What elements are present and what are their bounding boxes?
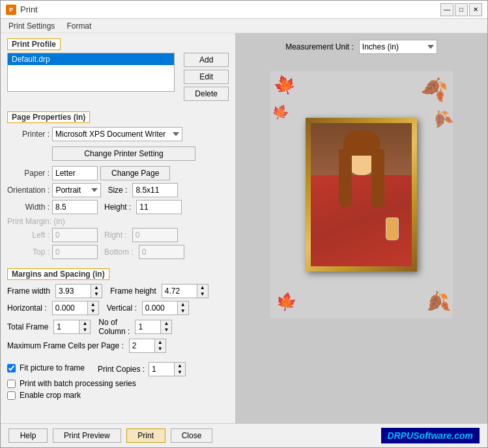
print-preview-button[interactable]: Print Preview [53,428,121,443]
vertical-up[interactable]: ▲ [178,301,188,308]
no-of-column-input[interactable] [135,320,161,334]
max-frame-up[interactable]: ▲ [155,339,165,346]
margins-spacing-label: Margins and Spacing (in) [12,270,105,279]
total-frame-input[interactable] [53,320,79,334]
bottom-label: Bottom : [104,247,134,257]
right-margin-input [132,228,178,242]
frame-width-input[interactable] [55,284,91,298]
crop-mark-row: Enable crop mark [7,391,229,400]
help-button[interactable]: Help [8,428,48,443]
frame-height-input[interactable] [162,284,197,298]
change-printer-row: Change Printer Setting [7,144,229,163]
content-area: Print Profile Default.drp Add Edit Delet… [1,33,487,423]
change-page-button[interactable]: Change Page [100,166,170,180]
edit-profile-button[interactable]: Edit [184,70,229,84]
no-of-column-up[interactable]: ▲ [161,320,171,327]
horiz-vert-row: Horizontal : ▲ ▼ Vertical : ▲ ▼ [7,301,229,315]
menu-format[interactable]: Format [64,21,94,31]
frame-width-down[interactable]: ▼ [91,291,102,298]
tb-margin-row: Top : Bottom : [7,245,229,259]
horizontal-down[interactable]: ▼ [88,308,98,315]
crop-mark-label: Enable crop mark [20,391,81,400]
menu-print-settings[interactable]: Print Settings [6,21,57,31]
print-copies-up[interactable]: ▲ [175,363,185,369]
fit-picture-label: Fit picture to frame [20,363,85,372]
total-frame-down[interactable]: ▼ [79,327,90,333]
print-margin-label: Print Margin: (in) [7,217,65,226]
size-input[interactable] [132,183,178,197]
batch-processing-checkbox[interactable] [7,380,16,388]
print-copies-label: Print Copies : [98,365,145,374]
vertical-down[interactable]: ▼ [178,308,188,315]
horizontal-input[interactable] [52,301,88,315]
delete-profile-button[interactable]: Delete [184,87,229,101]
frame-height-up[interactable]: ▲ [197,285,208,291]
measurement-row: Measurement Unit : Inches (in) [285,40,437,54]
print-copies-input[interactable] [149,362,175,376]
frame-width-label: Frame width [7,287,50,296]
brand-label: DRPUSoftware.com [381,428,480,443]
fit-picture-row: Fit picture to frame [7,363,85,372]
total-frame-up[interactable]: ▲ [79,320,90,327]
orientation-row: Orientation : Portrait Size : [7,183,229,197]
menu-bar: Print Settings Format [1,19,487,33]
bottom-margin-input [139,245,184,259]
profile-list[interactable]: Default.drp [7,53,175,92]
left-panel: Print Profile Default.drp Add Edit Delet… [1,33,235,423]
frame-width-up[interactable]: ▲ [91,285,102,291]
print-copies-down[interactable]: ▼ [175,369,185,376]
frame-column-row: Total Frame ▲ ▼ No ofColumn : ▲ ▼ [7,318,229,336]
dimensions-row: Width : Height : [7,200,229,214]
max-frame-input[interactable] [129,339,155,353]
paper-input[interactable] [52,166,98,180]
max-frame-down[interactable]: ▼ [155,346,165,352]
close-button[interactable]: Close [171,428,213,443]
window-title: Print [20,5,38,14]
action-buttons: Help Print Preview Print Close [8,428,212,443]
change-printer-button[interactable]: Change Printer Setting [52,147,195,161]
page-properties-label: Page Properties (in) [12,113,85,122]
height-input[interactable] [136,200,182,214]
no-of-column-label: No ofColumn : [98,318,130,336]
size-label: Size : [108,186,127,195]
paper-label: Paper : [7,169,50,178]
batch-processing-label: Print with batch processing series [20,379,136,388]
print-button[interactable]: Print [126,428,165,443]
print-window: P Print — □ ✕ Print Settings Format Prin… [0,0,488,448]
horizontal-label: Horizontal : [7,303,47,313]
close-window-button[interactable]: ✕ [469,3,482,16]
add-profile-button[interactable]: Add [184,53,229,67]
printer-row: Printer : Microsoft XPS Document Writer [7,127,229,141]
height-label: Height : [104,203,131,212]
maximize-button[interactable]: □ [455,3,468,16]
vertical-label: Vertical : [107,303,137,313]
orientation-select[interactable]: Portrait [52,183,101,197]
measurement-label: Measurement Unit : [285,42,354,51]
lr-margin-row: Left : Right : [7,228,229,242]
paper-row: Paper : Change Page [7,166,229,180]
profile-buttons: Add Edit Delete [184,53,229,101]
width-label: Width : [7,203,50,212]
vertical-input[interactable] [142,301,178,315]
preview-image: 🍁 🍂 🍁 🍂 🍁 🍂 [270,71,453,318]
fit-picture-checkbox[interactable] [7,364,16,372]
batch-processing-row: Print with batch processing series [7,379,229,388]
max-frame-row: Maximum Frame Cells per Page : ▲ ▼ [7,339,229,353]
no-of-column-down[interactable]: ▼ [161,327,171,333]
profile-item[interactable]: Default.drp [8,53,174,65]
measurement-select[interactable]: Inches (in) [359,40,437,54]
frame-height-down[interactable]: ▼ [197,291,208,298]
print-profile-label: Print Profile [12,40,56,49]
printer-select[interactable]: Microsoft XPS Document Writer [52,127,182,141]
bottom-bar: Help Print Preview Print Close DRPUSoftw… [1,423,487,447]
frame-height-label: Frame height [110,287,156,296]
frame-dimensions-row: Frame width ▲ ▼ Frame height ▲ ▼ [7,284,229,298]
left-margin-input [52,228,98,242]
minimize-button[interactable]: — [440,3,453,16]
horizontal-up[interactable]: ▲ [88,301,98,308]
width-input[interactable] [52,200,98,214]
print-margin-section: Print Margin: (in) Left : Right : Top : … [7,217,229,259]
crop-mark-checkbox[interactable] [7,391,16,400]
orientation-label: Orientation : [7,186,50,195]
top-margin-input [52,245,98,259]
